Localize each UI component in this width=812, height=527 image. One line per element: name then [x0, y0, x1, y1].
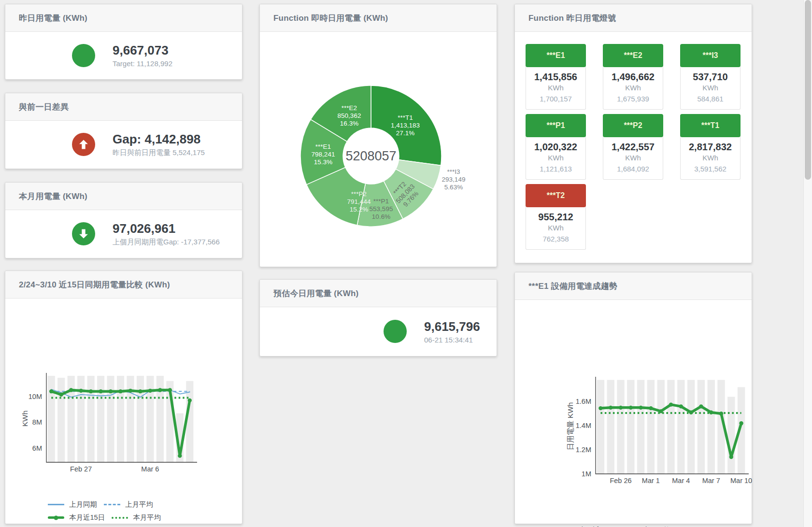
status-tile-header: ***P1 [526, 114, 586, 137]
tile-value: 2,817,832 [681, 141, 740, 153]
green-line-icon [48, 516, 64, 519]
stat-value: 9,667,073 [113, 43, 172, 57]
legend-item-this-month-average[interactable]: 本月平均 [112, 513, 161, 522]
status-tile-e2: ***E2 1,496,662 KWh 1,675,939 [603, 44, 663, 110]
tile-target: 762,358 [526, 233, 585, 244]
card-header: 昨日用電量 (KWh) [5, 4, 242, 32]
compare-15day-chart[interactable]: 6M8M10MFeb 27Mar 6KWh [5, 298, 243, 491]
card-yesterday-lights: Function 昨日用電燈號 ***E1 1,415,856 KWh 1,70… [514, 4, 752, 263]
tile-unit: KWh [681, 83, 740, 93]
card-header: 預估今日用電量 (KWh) [260, 280, 497, 307]
card-title: 昨日用電量 (KWh) [19, 13, 87, 24]
svg-text:5208057: 5208057 [345, 149, 396, 163]
svg-text:15.2%: 15.2% [350, 206, 368, 213]
stat-subtext: 昨日與前日用電量 5,524,175 [113, 148, 205, 157]
card-header: ***E1 設備用電達成趨勢 [515, 272, 752, 300]
blue-line-icon [48, 504, 64, 505]
svg-text:1,413,183: 1,413,183 [391, 122, 420, 129]
card-yesterday-usage: 昨日用電量 (KWh) 9,667,073 Target: 11,128,992 [5, 4, 242, 80]
status-tile-t2: ***T2 955,212 KWh 762,358 [526, 184, 586, 250]
tile-unit: KWh [526, 83, 585, 93]
card-title: ***E1 設備用電達成趨勢 [528, 281, 617, 292]
legend-item-last-month-average[interactable]: 上月平均 [104, 500, 153, 509]
card-header: Function 即時日用電量 (KWh) [260, 4, 497, 32]
svg-text:850,362: 850,362 [338, 112, 361, 119]
svg-text:1.2M: 1.2M [576, 446, 591, 454]
status-tile-p1: ***P1 1,020,322 KWh 1,121,613 [526, 114, 586, 180]
svg-text:798,241: 798,241 [312, 151, 335, 158]
tile-value: 1,496,662 [603, 71, 663, 83]
tile-target: 1,700,157 [526, 93, 585, 104]
svg-text:Mar 10: Mar 10 [730, 477, 752, 484]
card-15day-comparison: 2/24~3/10 近15日同期用電量比較 (KWh) 6M8M10MFeb 2… [5, 271, 242, 524]
svg-text:791,444: 791,444 [347, 198, 371, 205]
svg-text:10M: 10M [28, 393, 42, 400]
scrollbar-thumb[interactable] [805, 0, 811, 180]
card-title: 本月用電量 (KWh) [19, 191, 87, 202]
tile-unit: KWh [526, 223, 585, 233]
svg-text:6M: 6M [32, 444, 42, 452]
legend-item-last-month-same-period[interactable]: 上月同期 [48, 500, 97, 509]
card-header: 與前一日差異 [5, 93, 242, 121]
svg-text:***I3: ***I3 [447, 168, 460, 175]
svg-text:27.1%: 27.1% [396, 129, 414, 137]
vertical-scrollbar[interactable] [803, 0, 812, 527]
realtime-usage-donut-chart[interactable]: ***T11,413,18327.1%***I3293,1495.63%***T… [260, 31, 498, 266]
card-title: 與前一日差異 [19, 101, 69, 113]
e1-trend-chart[interactable]: 1M1.2M1.4M1.6MFeb 26Mar 1Mar 4Mar 7Mar 1… [515, 299, 753, 493]
svg-text:1.4M: 1.4M [576, 422, 591, 429]
card-month-usage: 本月用電量 (KWh) 97,026,961 上個月同期用電Gap: -17,3… [5, 182, 242, 258]
tile-unit: KWh [681, 153, 740, 163]
green-dotted-line-icon [112, 517, 128, 519]
status-tile-header: ***T1 [680, 114, 741, 137]
svg-text:KWh: KWh [21, 411, 29, 427]
card-header: Function 昨日用電燈號 [515, 4, 752, 32]
status-tile-header: ***E1 [526, 44, 586, 67]
svg-text:Mar 4: Mar 4 [672, 477, 690, 484]
svg-text:293,149: 293,149 [442, 176, 466, 183]
status-tile-header: ***E2 [603, 44, 663, 67]
svg-text:***P2: ***P2 [351, 190, 367, 198]
tile-value: 955,212 [526, 211, 585, 223]
blue-dashed-line-icon [104, 504, 120, 505]
card-title: Function 即時日用電量 (KWh) [273, 13, 388, 24]
svg-text:Feb 26: Feb 26 [610, 477, 631, 484]
card-estimate-today: 預估今日用電量 (KWh) 9,615,796 06-21 15:34:41 [259, 279, 497, 356]
card-title: Function 昨日用電燈號 [528, 13, 616, 24]
status-tile-header: ***I3 [680, 44, 741, 67]
tile-target: 1,684,092 [603, 163, 663, 174]
stat-value: 97,026,961 [113, 221, 220, 236]
card-title: 預估今日用電量 (KWh) [273, 288, 358, 299]
status-tile-t1: ***T1 2,817,832 KWh 3,591,562 [680, 114, 741, 180]
tile-value: 1,422,557 [603, 141, 663, 153]
svg-text:Mar 7: Mar 7 [702, 477, 720, 484]
svg-text:***E2: ***E2 [342, 104, 357, 112]
status-circle-icon [384, 320, 407, 343]
tile-target: 584,861 [681, 93, 740, 104]
svg-text:10.6%: 10.6% [372, 213, 390, 220]
tile-unit: KWh [603, 153, 663, 163]
svg-text:***E1: ***E1 [315, 143, 331, 150]
status-tile-p2: ***P2 1,422,557 KWh 1,684,092 [603, 114, 663, 180]
svg-text:日用電量 KWh: 日用電量 KWh [566, 402, 574, 451]
status-tile-i3: ***I3 537,710 KWh 584,861 [680, 44, 741, 110]
stat-subtext: 06-21 15:34:41 [424, 336, 480, 344]
arrow-down-icon [72, 222, 95, 245]
tile-unit: KWh [603, 83, 663, 93]
legend-item-this-month-15day[interactable]: 本月近15日 [48, 513, 105, 522]
svg-text:8M: 8M [32, 418, 42, 426]
stat-value: 9,615,796 [424, 319, 480, 334]
svg-text:16.3%: 16.3% [340, 120, 358, 127]
svg-text:1M: 1M [582, 470, 591, 478]
card-e1-trend: ***E1 設備用電達成趨勢 1M1.2M1.4M1.6MFeb 26Mar 1… [514, 272, 752, 524]
tile-target: 1,121,613 [526, 163, 585, 174]
svg-text:***P1: ***P1 [373, 198, 389, 205]
tile-target: 1,675,939 [603, 93, 663, 104]
tile-value: 537,710 [681, 71, 740, 83]
card-header: 本月用電量 (KWh) [5, 183, 242, 210]
status-tile-grid: ***E1 1,415,856 KWh 1,700,157 ***E2 1,49… [526, 44, 741, 250]
status-tile-header: ***T2 [526, 184, 586, 207]
tile-target: 3,591,562 [681, 163, 740, 174]
card-prev-day-gap: 與前一日差異 Gap: 4,142,898 昨日與前日用電量 5,524,175 [5, 93, 242, 169]
stat-subtext: 上個月同期用電Gap: -17,377,566 [113, 238, 220, 247]
